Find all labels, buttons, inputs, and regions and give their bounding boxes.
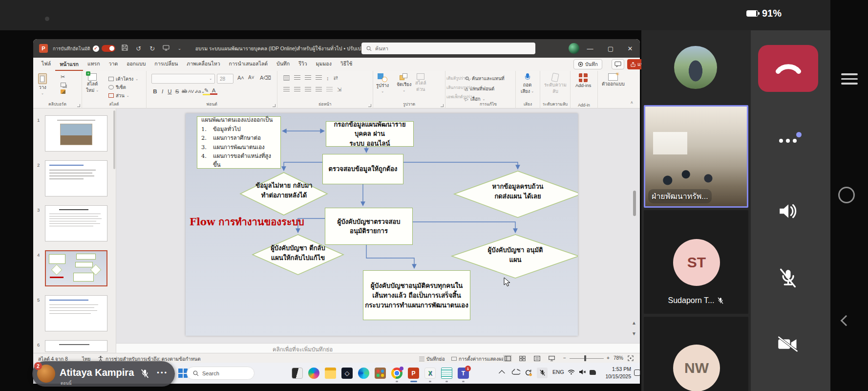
dictate-button[interactable]: ถอด เสียง⌄ bbox=[521, 73, 534, 94]
designer-button[interactable]: ✳ ตัวออกแบบ bbox=[602, 73, 625, 87]
file-explorer-icon[interactable] bbox=[325, 368, 336, 379]
tab-record[interactable]: บันทึก bbox=[272, 57, 294, 71]
bullets-icon[interactable] bbox=[283, 75, 290, 81]
participant-avatar-photo[interactable] bbox=[674, 46, 717, 89]
tray-device-icon[interactable] bbox=[590, 370, 596, 375]
zoom-in-button[interactable]: + bbox=[607, 355, 610, 361]
strikethrough-button[interactable]: S bbox=[173, 88, 181, 94]
columns-icon[interactable] bbox=[326, 87, 333, 92]
slide-red-title[interactable]: Flow การทำงานของระบบ bbox=[190, 214, 304, 230]
font-color-button[interactable]: A bbox=[210, 87, 217, 95]
bold-button[interactable]: B bbox=[151, 88, 159, 94]
find-replace-button[interactable]: ค้นหาและแทนที่ bbox=[465, 74, 505, 83]
increase-indent-icon[interactable] bbox=[316, 75, 322, 81]
copy-icon[interactable] bbox=[61, 83, 66, 87]
thumbnail-preview[interactable] bbox=[45, 205, 107, 241]
edge-icon[interactable] bbox=[358, 368, 369, 379]
notes-app-icon[interactable] bbox=[441, 368, 452, 379]
section-button[interactable]: ส่วน⌄ bbox=[108, 91, 138, 100]
tab-transitions[interactable]: การเปลี่ยน bbox=[150, 57, 182, 71]
sync-icon[interactable] bbox=[525, 369, 532, 377]
clock[interactable]: 1:53 PM 10/15/2025 bbox=[596, 366, 631, 380]
tab-animations[interactable]: ภาพเคลื่อนไหว bbox=[182, 57, 224, 71]
active-speaker-banner[interactable]: 2 Atitaya Kampira ตอนนี้ ••• bbox=[32, 361, 175, 387]
thumbnail-preview[interactable] bbox=[45, 250, 107, 286]
comments-button[interactable] bbox=[612, 59, 624, 69]
fit-slide-button[interactable] bbox=[626, 355, 635, 362]
menu-hamburger-icon[interactable] bbox=[841, 73, 858, 87]
addins-button[interactable]: Add-ins bbox=[575, 73, 591, 88]
autosave-switch[interactable] bbox=[102, 45, 115, 52]
numbering-icon[interactable] bbox=[294, 75, 300, 81]
slide-editor-area[interactable]: แผนพัฒนาตนเองแบ่งออกเป็น 1.ข้อมูลทั่วไป … bbox=[116, 109, 640, 343]
next-slide-chevron-icon[interactable]: ▼ bbox=[631, 331, 637, 337]
tab-design[interactable]: ออกแบบ bbox=[122, 57, 150, 71]
reset-button[interactable]: รีเซ็ต bbox=[108, 83, 138, 91]
save-icon[interactable] bbox=[121, 44, 129, 52]
cut-icon[interactable]: ✂ bbox=[61, 74, 66, 80]
zoom-slider-thumb[interactable] bbox=[584, 355, 586, 361]
font-size-combobox[interactable]: 28 bbox=[217, 74, 233, 84]
shape-plan-list-box[interactable]: แผนพัฒนาตนเองแบ่งออกเป็น 1.ข้อมูลทั่วไป … bbox=[197, 116, 281, 169]
ribbon-options-chevron-icon[interactable]: ⌄ bbox=[176, 46, 184, 51]
banner-more-options-icon[interactable]: ••• bbox=[157, 369, 168, 376]
slideshow-view-button[interactable] bbox=[547, 355, 556, 362]
align-right-icon[interactable] bbox=[305, 87, 311, 92]
shape-fill-data-box[interactable]: กรอกข้อมูลแผนพัฒนารายบุคคล ผ่าน ระบบ ออน… bbox=[326, 121, 414, 147]
tab-view[interactable]: มุมมอง bbox=[312, 57, 336, 71]
chrome-icon[interactable] bbox=[391, 368, 402, 379]
hang-up-button[interactable] bbox=[758, 45, 818, 92]
paragraph-dialog-launcher-icon[interactable] bbox=[368, 104, 371, 107]
previous-slide-chevron-icon[interactable]: ▲ bbox=[631, 320, 637, 326]
italic-button[interactable]: I bbox=[159, 88, 166, 94]
thumbnail-preview[interactable] bbox=[45, 160, 107, 196]
collapse-ribbon-chevron-icon[interactable]: ˄ bbox=[631, 100, 633, 105]
present-icon[interactable] bbox=[162, 45, 170, 52]
zoom-percent[interactable]: 78% bbox=[614, 355, 623, 361]
redo-icon[interactable]: ↻ bbox=[148, 45, 156, 52]
notes-pane[interactable]: คลิกเพื่อที่จะเพิ่มบันทึกย่อ bbox=[116, 343, 640, 353]
font-dialog-launcher-icon[interactable] bbox=[273, 104, 275, 107]
tab-help[interactable]: วิธีใช้ bbox=[336, 57, 357, 71]
search-input[interactable]: ค้นหา bbox=[361, 43, 535, 54]
slide-sorter-view-button[interactable] bbox=[518, 355, 527, 362]
editor-scrollbar[interactable] bbox=[633, 191, 636, 216]
participant-tile-sudaporn[interactable]: ST Sudaporn T... bbox=[644, 210, 748, 314]
change-case-button[interactable]: Aa⌄ bbox=[195, 88, 203, 94]
tab-home[interactable]: หน้าแรก bbox=[55, 58, 83, 71]
format-painter-icon[interactable] bbox=[61, 89, 65, 94]
decrease-indent-icon[interactable] bbox=[305, 75, 311, 81]
input-language[interactable]: ENG bbox=[552, 369, 564, 375]
camera-off-button[interactable] bbox=[773, 329, 803, 359]
more-options-button[interactable] bbox=[773, 126, 803, 155]
photos-icon[interactable] bbox=[375, 368, 386, 379]
dropbox-icon[interactable]: ◇ bbox=[341, 368, 353, 379]
x-app-icon[interactable]: X bbox=[424, 368, 436, 379]
zoom-slider-track[interactable] bbox=[570, 358, 604, 359]
notes-toggle-button[interactable]: บันทึกย่อ bbox=[419, 355, 445, 363]
arrange-button[interactable]: จัดเรียง ⌄ bbox=[397, 73, 411, 92]
record-button[interactable]: บันทึก bbox=[573, 59, 602, 69]
layout-button[interactable]: เค้าโครง⌄ bbox=[108, 75, 138, 83]
diamond-reject-text[interactable]: ผู้บังคับบัญชา ตีกลับ แผนให้กลับไปแก้ไข bbox=[253, 243, 343, 262]
shape-check-box[interactable]: ตรวจสอบข้อมูลให้ถูกต้อง bbox=[322, 154, 403, 184]
thumbnail-scrollbar[interactable] bbox=[113, 110, 115, 169]
normal-view-button[interactable] bbox=[503, 355, 512, 362]
tab-draw[interactable]: วาด bbox=[105, 57, 123, 71]
thumbnail-preview[interactable] bbox=[45, 340, 107, 352]
participant-tile-nw[interactable]: NW bbox=[644, 317, 748, 391]
line-spacing-icon[interactable]: ↕ bbox=[326, 75, 329, 81]
back-chevron-icon[interactable] bbox=[841, 315, 852, 326]
align-left-icon[interactable] bbox=[283, 87, 290, 92]
paste-button[interactable]: วาง ⌄ bbox=[38, 73, 47, 95]
tab-slideshow[interactable]: การนำเสนอสไลด์ bbox=[225, 57, 272, 71]
mic-muted-button[interactable] bbox=[773, 264, 803, 293]
autosave-toggle[interactable]: การบันทึกอัตโนมัติ ✓ bbox=[53, 45, 115, 52]
align-center-icon[interactable] bbox=[294, 87, 300, 92]
underline-button[interactable]: U bbox=[166, 88, 173, 94]
diamond-submit-text[interactable]: หากข้อมูลครบถ้วน กดส่งแผน ได้เลย bbox=[454, 182, 581, 201]
character-spacing-button[interactable]: AV⌄ bbox=[188, 88, 195, 94]
convert-smartart-icon[interactable]: ⇲ bbox=[337, 87, 341, 93]
zoom-out-button[interactable]: − bbox=[563, 355, 566, 361]
close-button[interactable]: ✕ bbox=[620, 39, 640, 58]
